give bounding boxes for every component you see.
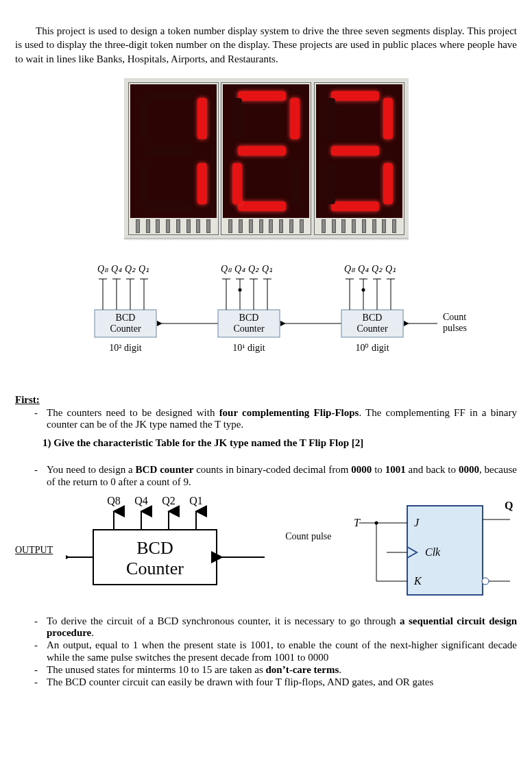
list-item: - An output, equal to 1 when the present… — [34, 639, 517, 663]
svg-text:Q₄: Q₄ — [111, 264, 122, 274]
digit-2 — [221, 82, 311, 235]
svg-text:Q₂: Q₂ — [125, 264, 136, 274]
list-item: - The unused states for minterms 10 to 1… — [34, 664, 517, 676]
svg-text:BCD: BCD — [239, 313, 259, 323]
svg-text:Counter: Counter — [233, 323, 264, 334]
digit-3 — [314, 82, 404, 235]
first-section: First: - The counters need to be designe… — [15, 394, 517, 450]
svg-text:pulses: pulses — [443, 323, 467, 333]
svg-text:Clk: Clk — [425, 546, 441, 558]
svg-point-24 — [239, 288, 242, 291]
bcd-and-jk-diagram: OUTPUT Q8 Q4 Q2 Q1 BCD Counter Count pul… — [15, 492, 517, 609]
svg-text:Q₂: Q₂ — [372, 264, 383, 274]
svg-text:Count: Count — [443, 312, 466, 322]
list-item: - The counters need to be designed with … — [34, 407, 517, 431]
list-item: - The BCD counter circuit can easily be … — [34, 676, 517, 688]
jk-flipflop-diagram: T J K Clk Q — [346, 492, 517, 609]
svg-text:Q₂: Q₂ — [248, 264, 259, 274]
first-heading: First: — [15, 394, 40, 405]
question-1: 1) Give the characteristic Table for the… — [43, 437, 517, 449]
svg-text:Q8: Q8 — [107, 495, 121, 506]
svg-text:10⁰ digit: 10⁰ digit — [355, 343, 389, 353]
count-pulse-label: Count pulse — [285, 531, 331, 542]
svg-text:Q2: Q2 — [162, 495, 176, 506]
svg-text:K: K — [413, 575, 422, 587]
bcd-box-label: BCD — [116, 313, 136, 323]
svg-text:T: T — [354, 517, 361, 528]
svg-text:Q₈: Q₈ — [221, 264, 232, 274]
output-label: OUTPUT — [15, 545, 53, 556]
seven-segment-display — [124, 78, 409, 239]
svg-text:BCD: BCD — [136, 538, 173, 558]
svg-text:Counter: Counter — [110, 323, 141, 334]
svg-text:Q: Q — [505, 500, 513, 511]
cascade-bcd-diagram: BCD Counter 10² digit Q₈ Q₄ Q₂ Q₁ BCD Co… — [47, 252, 485, 375]
svg-text:Counter: Counter — [356, 323, 387, 334]
digit-1 — [128, 82, 219, 235]
svg-text:Q₄: Q₄ — [234, 264, 245, 274]
list-item: - You need to design a BCD counter count… — [34, 464, 517, 488]
svg-text:Q1: Q1 — [189, 495, 203, 506]
svg-point-71 — [374, 521, 378, 524]
svg-point-79 — [482, 578, 489, 585]
svg-text:Q₁: Q₁ — [385, 264, 396, 274]
list-item: - To derive the circuit of a BCD synchro… — [34, 615, 517, 639]
svg-point-42 — [362, 288, 365, 291]
final-notes: - To derive the circuit of a BCD synchro… — [34, 615, 517, 689]
svg-text:10² digit: 10² digit — [109, 343, 141, 353]
svg-text:Q₄: Q₄ — [358, 264, 369, 274]
svg-text:Q₁: Q₁ — [138, 264, 149, 274]
svg-text:Counter: Counter — [126, 559, 184, 578]
svg-text:10¹ digit: 10¹ digit — [232, 343, 265, 353]
svg-text:J: J — [414, 517, 420, 528]
svg-text:Q₈: Q₈ — [344, 264, 356, 274]
svg-text:Q4: Q4 — [134, 495, 148, 506]
svg-text:Q₁: Q₁ — [262, 264, 273, 274]
svg-text:BCD: BCD — [363, 313, 383, 323]
intro-paragraph: This project is used to design a token n… — [15, 24, 517, 66]
svg-text:Q₈: Q₈ — [97, 264, 109, 274]
